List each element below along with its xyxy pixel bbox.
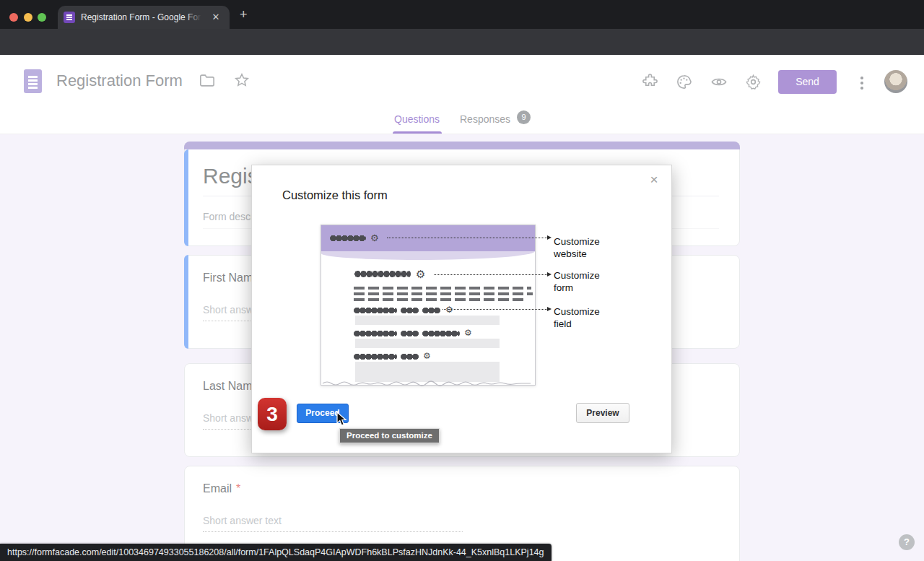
torn-paper-edge: [323, 380, 533, 386]
arrow-to-customize-field: [443, 309, 547, 310]
scribble-field-label: [422, 331, 460, 336]
scribble-paragraph-line: [354, 287, 531, 290]
scribble-site-title: [330, 235, 366, 242]
scribble-field-label: [401, 331, 419, 336]
new-tab-button[interactable]: +: [240, 9, 248, 20]
gear-icon: ⚙: [423, 352, 431, 361]
arrow-to-customize-form: [434, 274, 547, 275]
callout-customize-website: Customize website: [554, 235, 620, 260]
tab-title-fade: [186, 13, 205, 27]
google-forms-favicon: [64, 12, 75, 23]
dialog-title: Customize this form: [282, 188, 388, 202]
scribble-paragraph-line: [354, 298, 524, 301]
window-close-button[interactable]: [9, 13, 18, 22]
scribble-field-label: [354, 331, 397, 336]
scribble-field-label: [422, 308, 440, 313]
field-textarea-box: [355, 362, 500, 382]
customize-illustration: ⚙ ⚙ ⚙ ⚙ ⚙: [321, 225, 536, 386]
gear-icon: ⚙: [370, 233, 379, 243]
dialog-close-icon[interactable]: ×: [648, 173, 661, 186]
field-input-bar: [355, 339, 500, 348]
scribble-field-label: [401, 354, 419, 360]
scribble-form-title: [354, 270, 411, 278]
scribble-field-label: [354, 354, 397, 360]
gear-icon: ⚙: [445, 305, 453, 315]
scribble-field-label: [401, 308, 419, 313]
mouse-cursor: [336, 412, 347, 427]
status-bar-link-preview: https://formfacade.com/edit/100346974933…: [0, 544, 552, 561]
browser-toolbar: docs.google.com/forms/d/1YCaVhQVAhlZHFrg…: [0, 29, 924, 55]
field-input-bar: [355, 316, 500, 325]
callout-customize-field: Customize field: [554, 305, 620, 330]
arrow-to-customize-website: [387, 238, 547, 238]
window-minimize-button[interactable]: [24, 13, 32, 22]
tab-close-icon[interactable]: ✕: [211, 12, 221, 22]
callout-customize-form: Customize form: [554, 269, 620, 294]
window-zoom-button[interactable]: [38, 13, 46, 22]
step-3-annotation-badge: 3: [258, 398, 287, 430]
scribble-field-label: [354, 308, 397, 313]
proceed-tooltip: Proceed to customize: [339, 428, 440, 443]
browser-titlebar: Registration Form - Google For ✕ +: [0, 0, 924, 29]
gear-icon: ⚙: [416, 269, 425, 279]
preview-button[interactable]: Preview: [576, 403, 629, 423]
browser-tab[interactable]: Registration Form - Google For ✕: [58, 6, 230, 29]
screen: Registration Form - Google For ✕ + docs.…: [0, 0, 924, 561]
scribble-paragraph-line: [354, 292, 533, 295]
customize-form-dialog: Customize this form × ⚙ ⚙ ⚙ ⚙ ⚙: [251, 165, 672, 453]
illustration-header-wave: [321, 251, 535, 260]
gear-icon: ⚙: [464, 329, 472, 338]
